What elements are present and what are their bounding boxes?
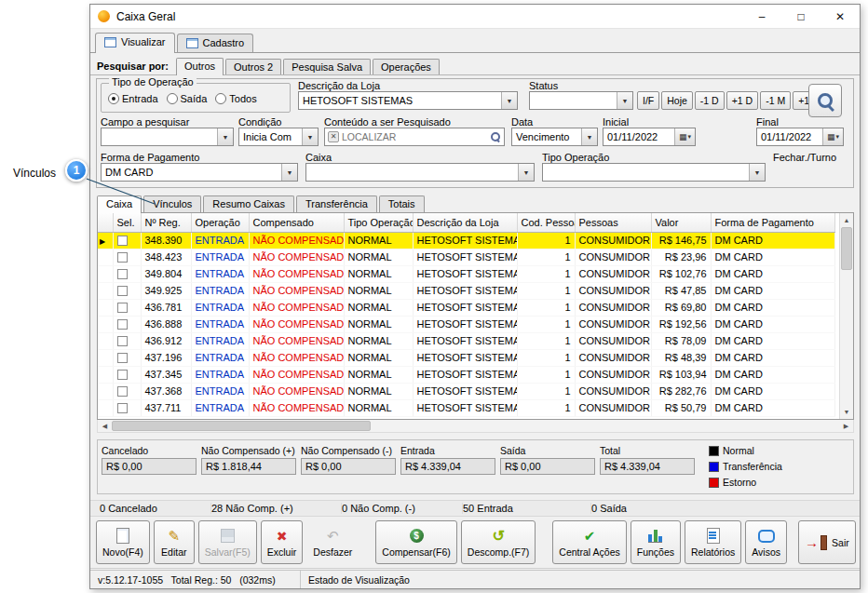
column-header[interactable]: Pessoas [575,213,651,232]
tab-outros[interactable]: Outros [176,58,224,75]
table-row[interactable]: ▶ 348.423 ENTRADA NÃO COMPENSADO NORMAL … [98,249,835,265]
tab-totais[interactable]: Totais [379,195,425,212]
radio-option[interactable]: Entrada [108,93,158,104]
cell-operacao: ENTRADA [191,249,249,265]
campo-a-pesquisar-select[interactable]: ▼ [101,128,234,146]
minus-1m-button[interactable]: -1 M [760,91,791,110]
column-header[interactable]: Tipo Operação [344,213,413,232]
final-date-input[interactable]: 01/11/2022 ▦▾ [756,128,844,146]
row-checkbox[interactable] [117,353,128,363]
magnifier-small-icon[interactable] [490,131,501,142]
scroll-left-button[interactable]: ◀ [98,420,112,432]
salvar-button[interactable]: Salvar(F5) [198,520,257,564]
close-button[interactable]: ✕ [821,5,860,29]
row-checkbox[interactable] [117,336,128,346]
desfazer-button[interactable]: Desfazer [306,520,359,564]
radio-option[interactable]: Saída [167,93,208,104]
funcoes-button[interactable]: Funções [631,520,681,564]
horizontal-scrollbar[interactable]: ◀ ▶ [97,420,854,433]
row-checkbox[interactable] [117,319,128,330]
radio-option[interactable]: Todos [215,93,256,104]
tab-caixa[interactable]: Caixa [97,195,142,213]
search-button[interactable] [808,84,842,117]
column-header[interactable]: Valor [651,213,711,232]
table-row[interactable]: ▶ 436.781 ENTRADA NÃO COMPENSADO NORMAL … [98,299,835,316]
excluir-button[interactable]: Excluir [261,520,304,564]
condicao-select[interactable]: Inicia Com ▼ [238,128,319,146]
descricao-da-loja-select[interactable]: HETOSOFT SISTEMAS ▼ [298,91,518,110]
radio-icon [108,93,119,104]
tab-transferencia[interactable]: Transferência [296,195,377,212]
table-row[interactable]: ▶ 437.368 ENTRADA NÃO COMPENSADO NORMAL … [98,383,835,399]
if-button[interactable]: I/F [637,91,659,110]
minimize-button[interactable]: – [742,5,781,29]
table-row[interactable]: ▶ 349.804 ENTRADA NÃO COMPENSADO NORMAL … [98,265,835,282]
hoje-button[interactable]: Hoje [661,91,693,110]
sair-button[interactable]: Sair [798,520,856,564]
tab-outros-2[interactable]: Outros 2 [225,59,281,74]
campo-a-pesquisar-label: Campo a pesquisar [101,116,189,128]
table-row[interactable]: ▶ 437.711 ENTRADA NÃO COMPENSADO NORMAL … [98,399,835,416]
table-row[interactable]: ▶ 349.925 ENTRADA NÃO COMPENSADO NORMAL … [98,282,835,299]
novo-button[interactable]: Novo(F4) [96,520,150,564]
row-checkbox[interactable] [117,236,128,246]
v-scroll-thumb[interactable] [841,227,852,270]
relatorios-button[interactable]: Relatórios [685,520,741,564]
table-row[interactable]: ▶ 348.390 ENTRADA NÃO COMPENSADO NORMAL … [98,232,835,249]
avisos-button[interactable]: Avisos [745,520,787,564]
maximize-button[interactable]: □ [781,5,821,29]
scroll-down-button[interactable]: ▼ [840,405,853,419]
descompensar-button[interactable]: Descomp.(F7) [461,520,536,564]
row-checkbox[interactable] [117,303,128,313]
vertical-scrollbar[interactable]: ▲ ▼ [839,213,853,419]
chevron-down-icon: ▼ [617,92,632,109]
forma-de-pagamento-select[interactable]: DM CARD ▼ [101,163,298,182]
plus-1d-button[interactable]: +1 D [726,91,758,110]
column-header[interactable]: Compensado [249,213,344,232]
cell-compensado: NÃO COMPENSADO [249,249,344,265]
cell-cod-pessoa: 1 [517,399,575,416]
tab-cadastro[interactable]: Cadastro [177,34,254,52]
central-acoes-button[interactable]: Central Ações [552,520,626,564]
cell-tipo-operacao: NORMAL [344,265,413,282]
tab-pesquisa-salva[interactable]: Pesquisa Salva [283,59,371,74]
h-scroll-thumb[interactable] [112,421,371,431]
scroll-up-button[interactable]: ▲ [840,213,853,227]
table-row[interactable]: ▶ 437.196 ENTRADA NÃO COMPENSADO NORMAL … [98,349,835,366]
row-checkbox[interactable] [117,403,128,413]
tab-operacoes[interactable]: Operações [373,59,440,74]
column-header[interactable]: Sel. [113,213,141,232]
cell-num-reg: 348.390 [141,232,191,249]
descricao-da-loja-label: Descrição da Loja [298,80,380,91]
form-icon [104,37,116,47]
caixa-select[interactable]: ▼ [305,163,535,182]
tab-visualizar[interactable]: Visualizar [95,33,175,53]
calendar-icon: ▦▾ [674,128,695,145]
tab-vinculos[interactable]: Vínculos [143,195,201,212]
table-row[interactable]: ▶ 436.912 ENTRADA NÃO COMPENSADO NORMAL … [98,332,835,349]
editar-button[interactable]: Editar [154,520,195,564]
column-header[interactable]: Descrição da Loja [413,213,517,232]
table-row[interactable]: ▶ 437.345 ENTRADA NÃO COMPENSADO NORMAL … [98,366,835,383]
tab-resumo-caixas[interactable]: Resumo Caixas [203,195,294,212]
table-row[interactable]: ▶ 436.888 ENTRADA NÃO COMPENSADO NORMAL … [98,316,835,332]
row-checkbox[interactable] [117,370,128,380]
column-header[interactable]: Operação [191,213,249,232]
compensar-button[interactable]: Compensar(F6) [375,520,457,564]
row-checkbox[interactable] [117,252,128,263]
minus-1d-button[interactable]: -1 D [695,91,725,110]
scroll-right-button[interactable]: ▶ [839,420,853,432]
column-header[interactable]: Cod. Pessoa [517,213,575,232]
data-select[interactable]: Vencimento ▼ [511,128,598,146]
inicial-date-input[interactable]: 01/11/2022 ▦▾ [603,128,696,146]
status-select[interactable]: ▼ [529,91,633,110]
column-header[interactable]: Nº Reg. [141,213,191,232]
tipo-de-operacao-group: Tipo de Operação Entrada Saída Todos [101,83,291,113]
clear-icon[interactable]: ✕ [328,131,339,142]
tipo-operacao-select[interactable]: ▼ [542,163,766,182]
search-input[interactable] [342,131,487,142]
row-checkbox[interactable] [117,269,128,279]
row-checkbox[interactable] [117,286,128,296]
column-header[interactable]: Forma de Pagamento [711,213,835,232]
row-checkbox[interactable] [117,386,128,397]
